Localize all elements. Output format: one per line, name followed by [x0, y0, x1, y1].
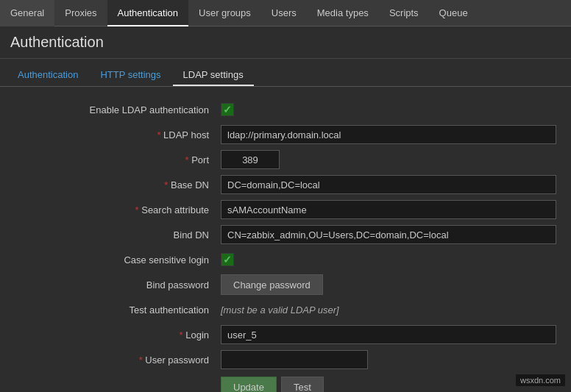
change-password-button[interactable]: Change password: [221, 274, 323, 295]
login-control: [221, 325, 571, 344]
user-password-label: User password: [0, 354, 221, 366]
nav-item-authentication[interactable]: Authentication: [107, 0, 188, 26]
top-navigation: General Proxies Authentication User grou…: [0, 0, 571, 26]
test-auth-label: Test authentication: [0, 304, 221, 316]
bind-password-row: Bind password Change password: [0, 272, 571, 297]
tab-authentication[interactable]: Authentication: [7, 65, 88, 86]
nav-item-usergroups[interactable]: User groups: [188, 0, 261, 26]
enable-ldap-row: Enable LDAP authentication ✓: [0, 97, 571, 122]
nav-item-mediatypes[interactable]: Media types: [307, 0, 379, 26]
nav-item-general[interactable]: General: [0, 0, 54, 26]
nav-item-scripts[interactable]: Scripts: [379, 0, 429, 26]
port-input[interactable]: [221, 150, 280, 169]
test-auth-hint: [must be a valid LDAP user]: [221, 304, 339, 316]
ldap-host-input[interactable]: [221, 125, 556, 144]
tab-ldap-settings[interactable]: LDAP settings: [173, 65, 254, 86]
form-area: Enable LDAP authentication ✓ LDAP host P…: [0, 87, 571, 392]
bind-dn-label: Bind DN: [0, 229, 221, 240]
sub-tabs: Authentication HTTP settings LDAP settin…: [0, 59, 571, 87]
case-sensitive-row: Case sensitive login ✓: [0, 247, 571, 272]
page-title-bar: Authentication: [0, 26, 571, 59]
watermark: wsxdn.com: [516, 374, 565, 386]
ldap-host-label: LDAP host: [0, 129, 221, 140]
user-password-row: User password: [0, 347, 571, 372]
bind-password-control: Change password: [221, 274, 571, 295]
update-button[interactable]: Update: [221, 377, 277, 392]
port-control: [221, 150, 571, 169]
nav-item-queue[interactable]: Queue: [429, 0, 478, 26]
base-dn-input[interactable]: [221, 175, 556, 194]
login-input[interactable]: [221, 325, 556, 344]
user-password-control: [221, 350, 571, 369]
base-dn-label: Base DN: [0, 179, 221, 190]
search-attr-input[interactable]: [221, 200, 556, 219]
search-attr-label: Search attribute: [0, 204, 221, 215]
nav-item-users[interactable]: Users: [261, 0, 307, 26]
bind-dn-row: Bind DN: [0, 222, 571, 247]
search-attr-row: Search attribute: [0, 197, 571, 222]
bind-password-label: Bind password: [0, 279, 221, 291]
base-dn-control: [221, 175, 571, 194]
case-sensitive-label: Case sensitive login: [0, 254, 221, 266]
page-title: Authentication: [10, 34, 561, 51]
bind-dn-input[interactable]: [221, 225, 556, 244]
test-button[interactable]: Test: [281, 377, 324, 392]
test-auth-hint-area: [must be a valid LDAP user]: [221, 304, 571, 316]
ldap-host-row: LDAP host: [0, 122, 571, 147]
buttons-row: Update Test: [0, 372, 571, 392]
checkmark-icon: ✓: [223, 104, 232, 115]
case-sensitive-checkmark-icon: ✓: [223, 254, 232, 265]
enable-ldap-checkbox[interactable]: ✓: [221, 103, 234, 116]
login-row: Login: [0, 322, 571, 347]
tab-http-settings[interactable]: HTTP settings: [90, 65, 171, 86]
port-row: Port: [0, 147, 571, 172]
case-sensitive-checkbox[interactable]: ✓: [221, 253, 234, 266]
login-label: Login: [0, 329, 221, 341]
base-dn-row: Base DN: [0, 172, 571, 197]
port-label: Port: [0, 154, 221, 165]
enable-ldap-label: Enable LDAP authentication: [0, 104, 221, 115]
ldap-host-control: [221, 125, 571, 144]
enable-ldap-control: ✓: [221, 103, 571, 116]
search-attr-control: [221, 200, 571, 219]
case-sensitive-control: ✓: [221, 253, 571, 266]
user-password-input[interactable]: [221, 350, 368, 369]
bind-dn-control: [221, 225, 571, 244]
nav-item-proxies[interactable]: Proxies: [54, 0, 107, 26]
test-auth-row: Test authentication [must be a valid LDA…: [0, 297, 571, 322]
